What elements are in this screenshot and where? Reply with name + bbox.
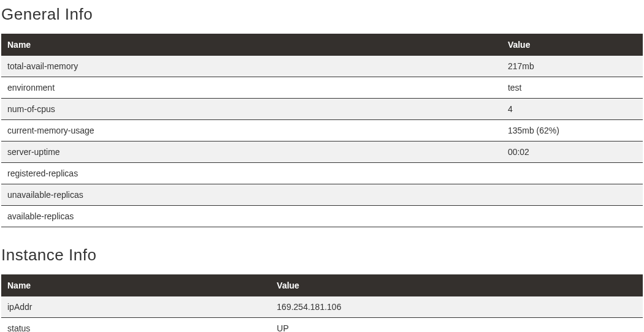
table-header-row: Name Value <box>1 274 643 296</box>
cell-value: test <box>502 77 643 99</box>
cell-value: 217mb <box>502 56 643 77</box>
cell-value: 00:02 <box>502 141 643 163</box>
cell-name: current-memory-usage <box>1 120 502 141</box>
instance-info-heading: Instance Info <box>1 246 643 265</box>
cell-name: num-of-cpus <box>1 99 502 120</box>
cell-name: unavailable-replicas <box>1 184 502 206</box>
column-header-name: Name <box>1 34 502 56</box>
cell-value: 169.254.181.106 <box>270 296 643 318</box>
table-row: status UP <box>1 318 643 333</box>
table-header-row: Name Value <box>1 34 643 56</box>
cell-name: total-avail-memory <box>1 56 502 77</box>
table-row: available-replicas <box>1 206 643 227</box>
table-row: unavailable-replicas <box>1 184 643 206</box>
cell-name: environment <box>1 77 502 99</box>
table-row: total-avail-memory 217mb <box>1 56 643 77</box>
general-info-heading: General Info <box>1 5 643 24</box>
cell-name: status <box>1 318 270 333</box>
table-row: current-memory-usage 135mb (62%) <box>1 120 643 141</box>
cell-name: server-uptime <box>1 141 502 163</box>
cell-value: 4 <box>502 99 643 120</box>
table-row: environment test <box>1 77 643 99</box>
cell-name: ipAddr <box>1 296 270 318</box>
table-row: server-uptime 00:02 <box>1 141 643 163</box>
instance-info-table: Name Value ipAddr 169.254.181.106 status… <box>1 274 643 332</box>
cell-name: available-replicas <box>1 206 502 227</box>
table-row: ipAddr 169.254.181.106 <box>1 296 643 318</box>
table-row: registered-replicas <box>1 163 643 184</box>
cell-value <box>502 206 643 227</box>
general-info-table: Name Value total-avail-memory 217mb envi… <box>1 34 643 227</box>
cell-name: registered-replicas <box>1 163 502 184</box>
column-header-value: Value <box>502 34 643 56</box>
column-header-value: Value <box>270 274 643 296</box>
cell-value <box>502 184 643 206</box>
cell-value <box>502 163 643 184</box>
cell-value: 135mb (62%) <box>502 120 643 141</box>
column-header-name: Name <box>1 274 270 296</box>
cell-value: UP <box>270 318 643 333</box>
table-row: num-of-cpus 4 <box>1 99 643 120</box>
